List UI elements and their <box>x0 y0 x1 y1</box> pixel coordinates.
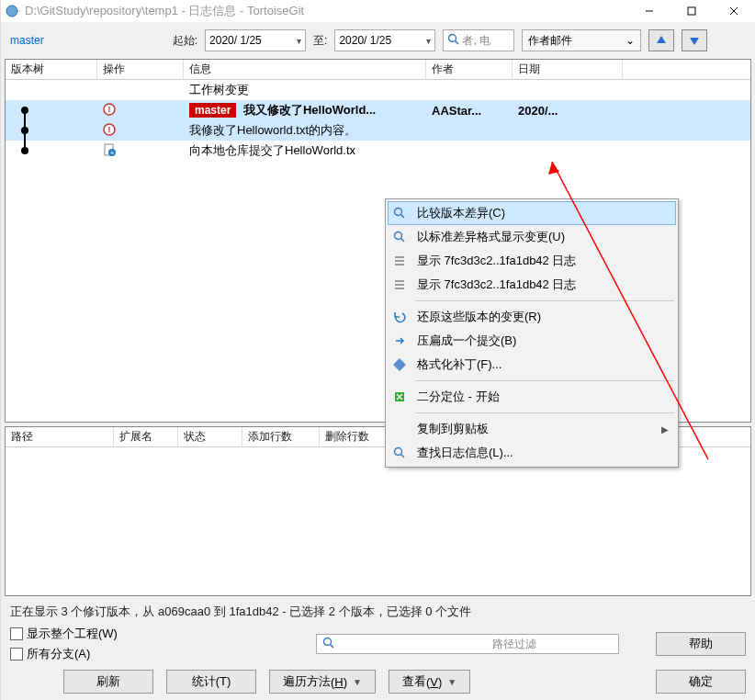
cm-show-unified-diff[interactable]: 以标准差异格式显示变更(U) <box>388 225 676 249</box>
patch-icon <box>391 356 408 373</box>
path-filter-input[interactable]: 路径过滤 <box>316 634 619 654</box>
revert-icon <box>391 309 408 325</box>
separator <box>415 380 674 381</box>
log-table[interactable]: 版本树 操作 信息 作者 日期 工作树变更 ! <box>5 59 751 423</box>
commit-message: 工作树变更 <box>189 83 249 96</box>
svg-point-12 <box>21 127 28 134</box>
svg-rect-30 <box>393 358 406 371</box>
svg-text:+: + <box>110 149 115 156</box>
search-icon <box>391 229 408 245</box>
col-ext[interactable]: 扩展名 <box>114 427 178 446</box>
cm-revert-changes[interactable]: 还原这些版本的变更(R) <box>388 305 676 329</box>
log-column-headers: 版本树 操作 信息 作者 日期 <box>6 60 750 80</box>
squash-icon <box>391 333 408 349</box>
col-path[interactable]: 路径 <box>6 427 114 446</box>
walk-method-button[interactable]: 遍历方法(H) ▼ <box>269 670 376 694</box>
cm-compare-revisions[interactable]: 比较版本差异(C) <box>388 201 676 225</box>
col-added[interactable]: 添加行数 <box>242 427 320 446</box>
svg-point-32 <box>395 448 402 456</box>
author-email-select[interactable]: 作者邮件 ⌄ <box>522 29 641 51</box>
bisect-icon <box>391 389 408 405</box>
chevron-down-icon: ▾ <box>426 36 431 46</box>
modified-icon: ! <box>103 105 116 119</box>
cm-squash-commits[interactable]: 压扁成一个提交(B) <box>388 329 676 353</box>
branch-tag: master <box>189 103 236 118</box>
maximize-button[interactable] <box>670 0 713 22</box>
blank-icon <box>391 421 408 437</box>
to-date-input[interactable]: 2020/ 1/25 ▾ <box>334 29 435 51</box>
help-button[interactable]: 帮助 <box>656 632 746 656</box>
col-author[interactable]: 作者 <box>426 60 513 79</box>
refresh-button[interactable]: 刷新 <box>63 670 153 694</box>
svg-text:!: ! <box>108 105 111 114</box>
svg-point-16 <box>21 147 28 154</box>
svg-rect-2 <box>688 7 695 15</box>
svg-point-5 <box>449 34 456 41</box>
commit-message: 我又修改了HelloWorld... <box>243 103 376 117</box>
svg-point-22 <box>395 232 402 240</box>
bottom-buttons: 刷新 统计(T) 遍历方法(H) ▼ 查看(V) ▼ 确定 <box>1 664 755 700</box>
log-icon <box>391 277 408 293</box>
from-label: 起始: <box>173 33 197 49</box>
titlebar: D:\GitStudy\repository\temp1 - 日志信息 - To… <box>1 0 755 22</box>
all-branches-label: 所有分支(A) <box>27 646 90 662</box>
separator <box>415 412 674 413</box>
cm-show-log-range-1[interactable]: 显示 7fc3d3c2..1fa1db42 日志 <box>388 249 676 273</box>
log-row[interactable]: + 向本地仓库提交了HelloWorld.tx <box>6 141 750 161</box>
search-icon <box>447 33 460 49</box>
added-icon: + <box>103 145 116 159</box>
search-icon <box>391 205 408 221</box>
status-line: 正在显示 3 个修订版本，从 a069caa0 到 1fa1db42 - 已选择… <box>1 598 755 624</box>
scroll-up-button[interactable] <box>648 29 674 51</box>
ok-button[interactable]: 确定 <box>656 670 746 694</box>
scroll-down-button[interactable] <box>682 29 707 51</box>
separator <box>415 300 674 301</box>
commit-date: 2020/... <box>518 104 558 118</box>
app-icon <box>5 4 19 18</box>
whole-project-checkbox[interactable]: 显示整个工程(W) <box>10 626 118 642</box>
modified-icon: ! <box>103 125 116 139</box>
all-branches-checkbox[interactable]: 所有分支(A) <box>10 646 118 662</box>
stats-button[interactable]: 统计(T) <box>166 670 256 694</box>
svg-point-34 <box>324 638 332 645</box>
svg-point-20 <box>395 209 402 216</box>
svg-line-23 <box>401 239 405 243</box>
svg-text:!: ! <box>108 125 111 134</box>
search-input[interactable]: 者, 电 <box>443 29 514 51</box>
branch-label[interactable]: master <box>6 32 48 49</box>
chevron-down-icon: ⌄ <box>625 34 635 47</box>
log-row[interactable]: ! master 我又修改了HelloWorld... AAStar... 20… <box>6 100 750 120</box>
svg-line-33 <box>401 455 405 458</box>
to-label: 至: <box>313 33 327 49</box>
search-icon <box>322 637 335 652</box>
context-menu: 比较版本差异(C) 以标准差异格式显示变更(U) 显示 7fc3d3c2..1f… <box>385 198 679 468</box>
from-date-input[interactable]: 2020/ 1/25 ▾ <box>205 29 306 51</box>
minimize-button[interactable] <box>628 0 670 22</box>
col-action[interactable]: 操作 <box>97 60 184 79</box>
cm-find-log[interactable]: 查找日志信息(L)... <box>388 441 676 465</box>
col-date[interactable]: 日期 <box>513 60 623 79</box>
log-row[interactable]: ! 我修改了Helloworld.txt的内容。 <box>6 120 750 141</box>
author-select-value: 作者邮件 <box>528 33 572 49</box>
col-message[interactable]: 信息 <box>184 60 426 79</box>
col-tree[interactable]: 版本树 <box>6 60 97 79</box>
svg-line-6 <box>456 40 459 44</box>
log-row[interactable]: 工作树变更 <box>6 80 750 100</box>
filter-bar: master 起始: 2020/ 1/25 ▾ 至: 2020/ 1/25 ▾ … <box>1 22 755 59</box>
cm-show-log-range-2[interactable]: 显示 7fc3d3c2..1fa1db42 日志 <box>388 273 676 297</box>
log-icon <box>391 253 408 269</box>
search-icon <box>391 445 408 461</box>
cm-copy-to-clipboard[interactable]: 复制到剪贴板 ▶ <box>388 417 676 441</box>
to-date-value: 2020/ 1/25 <box>339 34 391 47</box>
cm-bisect-start[interactable]: 二分定位 - 开始 <box>388 385 676 409</box>
options-row: 显示整个工程(W) 所有分支(A) 路径过滤 帮助 <box>1 624 755 664</box>
view-button[interactable]: 查看(V) ▼ <box>389 670 470 694</box>
close-button[interactable] <box>713 0 755 22</box>
whole-project-label: 显示整个工程(W) <box>27 626 118 642</box>
svg-line-21 <box>401 215 405 219</box>
col-status[interactable]: 状态 <box>178 427 242 446</box>
cm-format-patch[interactable]: 格式化补丁(F)... <box>388 353 676 377</box>
chevron-down-icon: ▾ <box>297 36 301 46</box>
svg-point-8 <box>21 107 28 114</box>
commit-message: 我修改了Helloworld.txt的内容。 <box>189 123 356 137</box>
